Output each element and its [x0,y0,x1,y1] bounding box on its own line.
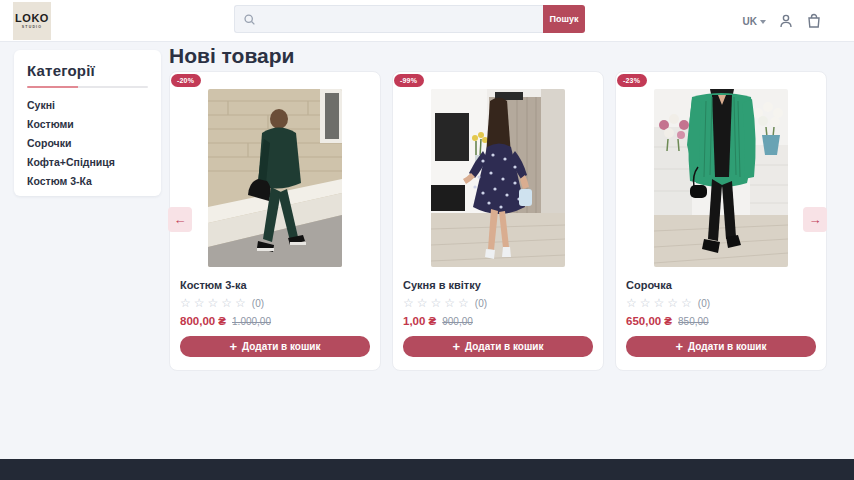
cart-icon[interactable] [806,13,822,29]
star-icon: ☆ [194,297,205,309]
add-to-cart-button[interactable]: + Додати в кошик [403,336,593,357]
product-title[interactable]: Сукня в квітку [403,279,593,291]
discount-badge: -23% [617,74,647,87]
sidebar-item-dresses[interactable]: Сукні [27,100,148,111]
add-to-cart-button[interactable]: + Додати в кошик [180,336,370,357]
search-button[interactable]: Пошук [543,5,585,33]
search-bar: Пошук [234,5,585,33]
star-icon: ☆ [221,297,232,309]
star-icon: ☆ [208,297,219,309]
categories-title: Категорії [27,62,148,79]
product-card: -20% [169,71,381,371]
arrow-right-icon: → [809,212,822,227]
star-icon: ☆ [431,297,442,309]
logo-title: LOKO [15,13,49,24]
language-label: UK [743,16,757,27]
plus-icon: + [453,340,461,353]
add-to-cart-label: Додати в кошик [688,341,766,352]
old-price: 900,00 [442,316,473,327]
rating: ☆ ☆ ☆ ☆ ☆ (0) [626,297,816,309]
discount-badge: -99% [394,74,424,87]
search-icon [243,13,256,26]
plus-icon: + [230,340,238,353]
categories-divider [27,86,148,88]
language-selector[interactable]: UK [743,16,766,27]
categories-list: Сукні Костюми Сорочки Кофта+Спідниця Кос… [27,100,148,187]
rating-count: (0) [252,298,264,309]
price-row: 1,00 ₴ 900,00 [403,315,593,327]
search-input-box [234,5,543,33]
rating: ☆ ☆ ☆ ☆ ☆ (0) [180,297,370,309]
carousel-next-button[interactable]: → [803,207,827,232]
current-price: 800,00 ₴ [180,315,226,327]
product-carousel: -20% [169,71,827,371]
star-icon: ☆ [681,297,692,309]
price-row: 650,00 ₴ 850,00 [626,315,816,327]
footer [0,459,854,480]
star-icon: ☆ [654,297,665,309]
current-price: 1,00 ₴ [403,315,436,327]
logo[interactable]: LOKO STUDIO [13,2,51,40]
add-to-cart-label: Додати в кошик [465,341,543,352]
add-to-cart-button[interactable]: + Додати в кошик [626,336,816,357]
star-icon: ☆ [640,297,651,309]
sidebar-item-shirts[interactable]: Сорочки [27,138,148,149]
sidebar-item-top-skirt[interactable]: Кофта+Спідниця [27,157,148,168]
rating: ☆ ☆ ☆ ☆ ☆ (0) [403,297,593,309]
product-image-dress[interactable] [431,89,565,267]
chevron-down-icon [760,20,766,24]
product-image-shirt[interactable] [654,89,788,267]
search-input[interactable] [235,6,543,32]
old-price: 850,00 [678,316,709,327]
star-icon: ☆ [180,297,191,309]
page-title: Нові товари [169,44,294,68]
product-info: Сорочка ☆ ☆ ☆ ☆ ☆ (0) 650,00 ₴ 850,00 + … [616,279,826,357]
product-image-suit[interactable] [208,89,342,267]
rating-count: (0) [698,298,710,309]
product-card: -99% [392,71,604,371]
categories-panel: Категорії Сукні Костюми Сорочки Кофта+Сп… [14,50,161,196]
star-icon: ☆ [458,297,469,309]
plus-icon: + [676,340,684,353]
logo-subtitle: STUDIO [22,25,42,29]
current-price: 650,00 ₴ [626,315,672,327]
discount-badge: -20% [171,74,201,87]
star-icon: ☆ [626,297,637,309]
account-icon[interactable] [778,13,794,29]
arrow-left-icon: ← [174,212,187,227]
carousel-prev-button[interactable]: ← [168,207,192,232]
product-card: -23% [615,71,827,371]
price-row: 800,00 ₴ 1.000,00 [180,315,370,327]
star-icon: ☆ [403,297,414,309]
star-icon: ☆ [444,297,455,309]
rating-count: (0) [475,298,487,309]
product-title[interactable]: Костюм 3-ка [180,279,370,291]
storefront-page: LOKO STUDIO Пошук UK [0,0,854,480]
old-price: 1.000,00 [232,316,271,327]
star-icon: ☆ [235,297,246,309]
sidebar-item-suit-3pc[interactable]: Костюм 3-Ка [27,176,148,187]
sidebar-item-suits[interactable]: Костюми [27,119,148,130]
product-info: Костюм 3-ка ☆ ☆ ☆ ☆ ☆ (0) 800,00 ₴ 1.000… [170,279,380,357]
star-icon: ☆ [667,297,678,309]
header: LOKO STUDIO Пошук UK [0,0,854,42]
product-info: Сукня в квітку ☆ ☆ ☆ ☆ ☆ (0) 1,00 ₴ 900,… [393,279,603,357]
product-title[interactable]: Сорочка [626,279,816,291]
star-icon: ☆ [417,297,428,309]
add-to-cart-label: Додати в кошик [242,341,320,352]
header-controls: UK [743,0,822,42]
